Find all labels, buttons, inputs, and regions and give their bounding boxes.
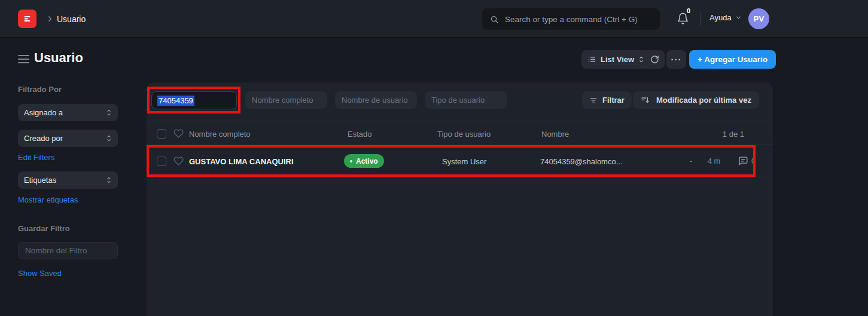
id-filter-input[interactable]: 74054359: [151, 91, 237, 109]
column-header-status[interactable]: Estado: [348, 130, 371, 139]
add-user-label: + Agregar Usuario: [698, 55, 768, 64]
page-title: Usuario: [34, 50, 83, 66]
show-tags-link[interactable]: Mostrar etiquetas: [18, 195, 78, 204]
help-menu[interactable]: Ayuda: [709, 13, 742, 22]
help-label: Ayuda: [709, 13, 732, 22]
notifications-count-badge: 0: [687, 7, 690, 14]
filter-button[interactable]: Filtrar: [582, 91, 632, 109]
filtered-by-label: Filtrado Por: [18, 85, 118, 94]
row-checkbox[interactable]: [157, 157, 166, 166]
status-badge-label: Activo: [356, 157, 378, 165]
row-heart-icon[interactable]: [173, 156, 184, 166]
column-header-full-name[interactable]: Nombre completo: [189, 130, 251, 139]
chevron-updown-icon: [638, 56, 644, 63]
filter-name-input[interactable]: [18, 242, 118, 259]
refresh-icon: [650, 55, 659, 64]
favorite-heart-icon[interactable]: [173, 128, 184, 139]
more-menu-button[interactable]: ···: [666, 50, 686, 69]
navbar: Usuario 0 Ayuda PV: [0, 0, 868, 38]
search-input[interactable]: [505, 15, 652, 24]
created-by-label: Creado por: [24, 134, 63, 143]
global-search: [482, 8, 660, 30]
row-modified-time: 4 m: [708, 157, 720, 165]
created-by-select[interactable]: Creado por: [18, 130, 118, 147]
breadcrumb-chevron-icon: [46, 15, 54, 23]
status-badge: Activo: [344, 154, 384, 168]
app-screen: Usuario 0 Ayuda PV Usuario List View: [0, 0, 868, 316]
chevron-updown-icon: [106, 109, 112, 116]
filter-icon: [589, 96, 598, 105]
sidebar-toggle-icon[interactable]: [18, 55, 29, 63]
full-name-filter-input[interactable]: [245, 91, 327, 109]
view-switcher-label: List View: [601, 55, 634, 64]
view-switcher[interactable]: List View: [581, 50, 650, 69]
search-icon: [490, 15, 499, 24]
row-user-type: System User: [442, 157, 486, 166]
select-all-checkbox[interactable]: [157, 129, 166, 139]
assigned-to-label: Asignado a: [24, 108, 63, 117]
show-saved-link[interactable]: Show Saved: [18, 269, 62, 278]
user-type-filter-input[interactable]: [425, 91, 507, 109]
chevron-down-icon: [735, 14, 742, 21]
breadcrumb[interactable]: Usuario: [57, 14, 86, 24]
row-divider: [157, 177, 773, 177]
refresh-button[interactable]: [644, 50, 665, 69]
column-header-user-type[interactable]: Tipo de usuario: [437, 130, 491, 139]
save-filter-label: Guardar Filtro: [18, 224, 118, 233]
user-avatar[interactable]: PV: [748, 8, 769, 29]
header-divider: [147, 121, 773, 121]
avatar-initials: PV: [754, 14, 764, 23]
filter-button-label: Filtrar: [602, 96, 625, 105]
username-filter-input[interactable]: [335, 91, 417, 109]
erpnext-logo-icon: [22, 14, 32, 24]
id-filter-value: 74054359: [157, 96, 194, 106]
row-divider: [147, 144, 773, 145]
row-name-value: 74054359@shalomco...: [540, 157, 623, 166]
status-dot-icon: [350, 160, 352, 162]
tags-label: Etiquetas: [24, 176, 56, 185]
column-header-name[interactable]: Nombre: [541, 130, 569, 139]
list-view-panel: 74054359 Filtrar Modificada por última v…: [147, 82, 773, 316]
comment-count-button[interactable]: 0: [738, 156, 756, 166]
tags-select[interactable]: Etiquetas: [18, 171, 118, 189]
comment-icon: [738, 156, 748, 166]
add-user-button[interactable]: + Agregar Usuario: [689, 50, 776, 69]
comment-count: 0: [751, 157, 756, 165]
chevron-updown-icon: [106, 176, 112, 184]
navbar-divider: [700, 12, 701, 26]
sort-button[interactable]: Modificada por última vez: [633, 91, 759, 109]
row-assignment: -: [690, 157, 692, 165]
list-view-icon: [587, 55, 596, 64]
app-logo[interactable]: [18, 10, 36, 28]
chevron-updown-icon: [106, 134, 112, 142]
sort-button-label: Modificada por última vez: [656, 96, 751, 105]
ellipsis-icon: ···: [671, 54, 682, 65]
result-count: 1 de 1: [723, 130, 744, 139]
assigned-to-select[interactable]: Asignado a: [18, 104, 118, 121]
edit-filters-link[interactable]: Edit Filters: [18, 153, 54, 162]
row-full-name[interactable]: GUSTAVO LIMA CANAQUIRI: [189, 157, 294, 166]
sort-descending-icon: [641, 96, 650, 105]
